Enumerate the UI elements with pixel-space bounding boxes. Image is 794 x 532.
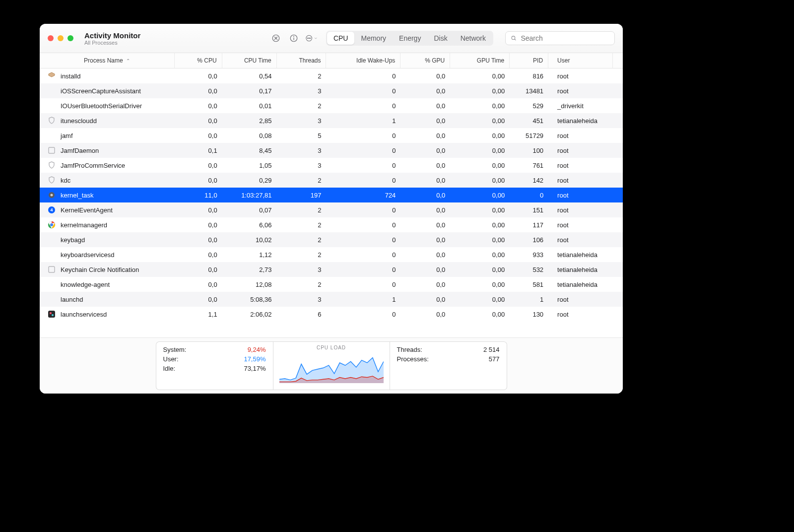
cell-time: 1,12: [222, 247, 277, 262]
tab-cpu[interactable]: CPU: [327, 32, 355, 45]
threads-label: Threads:: [397, 346, 422, 353]
cell-wake: 0: [327, 247, 401, 262]
process-name: Keychain Circle Notification: [61, 266, 139, 273]
system-value: 9,24%: [248, 346, 266, 353]
cell-pid: 117: [510, 217, 548, 232]
cell-time: 2:06,02: [222, 307, 277, 322]
process-row[interactable]: JamfProCommService0,01,05300,00,00761roo…: [40, 158, 623, 173]
shield-icon: [48, 117, 56, 125]
search-icon: [511, 35, 517, 42]
threads-value: 2 514: [483, 346, 500, 353]
process-row[interactable]: itunescloudd0,02,85310,00,00451tetianale…: [40, 113, 623, 128]
cell-threads: 3: [277, 262, 327, 277]
tab-disk[interactable]: Disk: [427, 32, 454, 45]
column-header-cpu-time[interactable]: CPU Time: [222, 53, 277, 68]
cell-gtime: 0,00: [450, 128, 510, 143]
column-header-gpu[interactable]: % GPU: [400, 53, 450, 68]
inspect-process-button[interactable]: [287, 32, 300, 45]
cell-user: tetianaleheida: [548, 262, 613, 277]
cell-user: tetianaleheida: [548, 247, 613, 262]
shield-icon: [48, 176, 56, 184]
cell-gpu: 0,0: [400, 83, 450, 98]
cell-time: 1,05: [222, 158, 277, 173]
column-header-threads[interactable]: Threads: [277, 53, 327, 68]
svg-point-5: [294, 36, 294, 37]
cell-cpu: 0,0: [175, 113, 222, 128]
column-header-gpu-time[interactable]: GPU Time: [450, 53, 510, 68]
cpu-load-title: CPU LOAD: [273, 342, 390, 351]
gear-icon: [48, 191, 56, 199]
cell-gpu: 0,0: [400, 232, 450, 247]
cell-gpu: 0,0: [400, 307, 450, 322]
window-controls: [48, 35, 73, 41]
process-name: IOUserBluetoothSerialDriver: [61, 102, 142, 110]
cell-gpu: 0,0: [400, 173, 450, 188]
blank-icon: [48, 295, 56, 303]
cell-threads: 5: [277, 128, 327, 143]
system-label: System:: [163, 346, 187, 353]
user-value: 17,59%: [244, 355, 265, 363]
process-row[interactable]: iOSScreenCaptureAssistant0,00,17300,00,0…: [40, 83, 623, 98]
process-row[interactable]: kernelmanagerd0,06,06200,00,00117root: [40, 217, 623, 232]
cell-pid: 142: [510, 173, 548, 188]
cell-user: tetianaleheida: [548, 277, 613, 292]
column-header-process-name[interactable]: Process Name⌃: [40, 53, 175, 68]
idle-label: Idle:: [163, 365, 176, 372]
cell-gpu: 0,0: [400, 98, 450, 113]
cell-gpu: 0,0: [400, 277, 450, 292]
process-row[interactable]: IOUserBluetoothSerialDriver0,00,01200,00…: [40, 98, 623, 113]
svg-point-22: [52, 314, 54, 316]
column-header-user[interactable]: User: [548, 53, 613, 68]
svg-point-7: [307, 38, 308, 38]
column-header-cpu[interactable]: % CPU: [175, 53, 222, 68]
process-row[interactable]: knowledge-agent0,012,08200,00,00581tetia…: [40, 277, 623, 292]
search-field[interactable]: [505, 31, 615, 45]
cell-pid: 0: [510, 188, 548, 202]
cell-time: 12,08: [222, 277, 277, 292]
stop-process-button[interactable]: [269, 32, 282, 45]
process-name: KernelEventAgent: [61, 206, 113, 214]
process-row[interactable]: keyboardservicesd0,01,12200,00,00933teti…: [40, 247, 623, 262]
process-row[interactable]: kernel_task11,01:03:27,811977240,00,000r…: [40, 188, 623, 202]
tab-memory[interactable]: Memory: [354, 32, 393, 45]
process-row[interactable]: installd0,00,54200,00,00816root: [40, 68, 623, 83]
cell-cpu: 11,0: [175, 188, 222, 202]
zoom-window-button[interactable]: [67, 35, 73, 41]
process-row[interactable]: launchd0,05:08,36310,00,001root: [40, 292, 623, 307]
search-input[interactable]: [520, 34, 609, 43]
minimize-window-button[interactable]: [58, 35, 64, 41]
tab-energy[interactable]: Energy: [393, 32, 427, 45]
cell-pid: 529: [510, 98, 548, 113]
svg-rect-19: [49, 266, 55, 272]
process-row[interactable]: jamf0,00,08500,00,0051729root: [40, 128, 623, 143]
cell-time: 0,08: [222, 128, 277, 143]
process-row[interactable]: kdc0,00,29200,00,00142root: [40, 173, 623, 188]
process-row[interactable]: 4KernelEventAgent0,00,07200,00,00151root: [40, 202, 623, 217]
cell-cpu: 0,0: [175, 173, 222, 188]
cell-gpu: 0,0: [400, 128, 450, 143]
process-name: kernel_task: [61, 192, 93, 199]
process-name: kernelmanagerd: [61, 221, 107, 229]
category-tabs: CPUMemoryEnergyDiskNetwork: [326, 31, 493, 46]
svg-line-11: [515, 39, 516, 40]
close-window-button[interactable]: [48, 35, 54, 41]
process-name-cell: JamfProCommService: [40, 158, 175, 173]
column-header-pid[interactable]: PID: [510, 53, 548, 68]
process-row[interactable]: JamfDaemon0,18,45300,00,00100root: [40, 143, 623, 158]
process-row[interactable]: Keychain Circle Notification0,02,73300,0…: [40, 262, 623, 277]
cell-gtime: 0,00: [450, 307, 510, 322]
window-title: Activity Monitor: [84, 31, 140, 40]
column-header-wakeups[interactable]: Idle Wake-Ups: [326, 53, 400, 68]
tab-network[interactable]: Network: [454, 32, 492, 45]
cell-gpu: 0,0: [400, 113, 450, 128]
process-row[interactable]: launchservicesd1,12:06,02600,00,00130roo…: [40, 307, 623, 322]
process-name-cell: installd: [40, 68, 175, 83]
cell-cpu: 0,0: [175, 217, 222, 232]
process-counts-panel: Threads:2 514 Processes:577: [390, 341, 507, 390]
process-name: knowledge-agent: [61, 281, 110, 288]
sort-ascending-icon: ⌃: [126, 58, 130, 64]
action-menu-button[interactable]: [305, 32, 318, 45]
cell-time: 0,54: [222, 68, 277, 83]
cell-cpu: 0,0: [175, 262, 222, 277]
process-row[interactable]: keybagd0,010,02200,00,00106root: [40, 232, 623, 247]
